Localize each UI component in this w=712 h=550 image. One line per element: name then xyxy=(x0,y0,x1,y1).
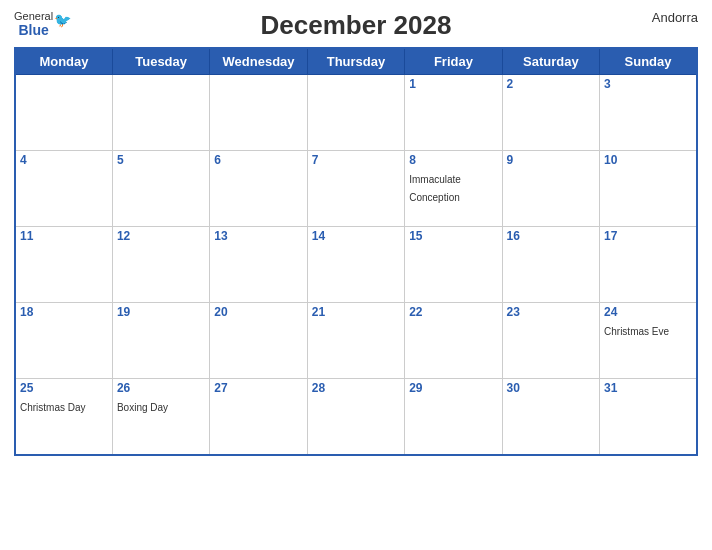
day-number: 24 xyxy=(604,305,692,319)
calendar-title: December 2028 xyxy=(261,10,452,41)
day-number: 2 xyxy=(507,77,595,91)
table-row: 16 xyxy=(502,227,599,303)
col-saturday: Saturday xyxy=(502,48,599,75)
table-row: 8Immaculate Conception xyxy=(405,151,502,227)
col-thursday: Thursday xyxy=(307,48,404,75)
table-row: 23 xyxy=(502,303,599,379)
table-row: 15 xyxy=(405,227,502,303)
day-number: 28 xyxy=(312,381,400,395)
day-number: 15 xyxy=(409,229,497,243)
header: General Blue 🐦 December 2028 Andorra xyxy=(14,10,698,41)
table-row: 9 xyxy=(502,151,599,227)
page: General Blue 🐦 December 2028 Andorra Mon… xyxy=(0,0,712,550)
table-row: 11 xyxy=(15,227,112,303)
table-row: 25Christmas Day xyxy=(15,379,112,455)
day-number: 12 xyxy=(117,229,205,243)
day-number: 14 xyxy=(312,229,400,243)
table-row xyxy=(210,75,307,151)
day-event: Christmas Eve xyxy=(604,326,669,337)
day-event: Christmas Day xyxy=(20,402,86,413)
day-number: 27 xyxy=(214,381,302,395)
day-number: 23 xyxy=(507,305,595,319)
table-row: 24Christmas Eve xyxy=(600,303,697,379)
day-number: 6 xyxy=(214,153,302,167)
table-row: 19 xyxy=(112,303,209,379)
calendar-week-row: 123 xyxy=(15,75,697,151)
table-row: 10 xyxy=(600,151,697,227)
calendar-week-row: 11121314151617 xyxy=(15,227,697,303)
day-number: 5 xyxy=(117,153,205,167)
logo: General Blue 🐦 xyxy=(14,10,53,39)
col-sunday: Sunday xyxy=(600,48,697,75)
day-number: 9 xyxy=(507,153,595,167)
day-number: 26 xyxy=(117,381,205,395)
day-number: 7 xyxy=(312,153,400,167)
days-header-row: Monday Tuesday Wednesday Thursday Friday… xyxy=(15,48,697,75)
day-number: 31 xyxy=(604,381,692,395)
table-row: 20 xyxy=(210,303,307,379)
day-event: Immaculate Conception xyxy=(409,174,461,203)
table-row: 21 xyxy=(307,303,404,379)
table-row: 6 xyxy=(210,151,307,227)
day-event: Boxing Day xyxy=(117,402,168,413)
day-number: 3 xyxy=(604,77,692,91)
col-tuesday: Tuesday xyxy=(112,48,209,75)
day-number: 25 xyxy=(20,381,108,395)
day-number: 18 xyxy=(20,305,108,319)
day-number: 29 xyxy=(409,381,497,395)
table-row: 29 xyxy=(405,379,502,455)
logo-bird-icon: 🐦 xyxy=(54,12,71,28)
col-friday: Friday xyxy=(405,48,502,75)
table-row xyxy=(15,75,112,151)
calendar-week-row: 18192021222324Christmas Eve xyxy=(15,303,697,379)
table-row: 17 xyxy=(600,227,697,303)
table-row: 18 xyxy=(15,303,112,379)
day-number: 1 xyxy=(409,77,497,91)
day-number: 19 xyxy=(117,305,205,319)
table-row: 31 xyxy=(600,379,697,455)
table-row: 4 xyxy=(15,151,112,227)
table-row: 14 xyxy=(307,227,404,303)
table-row: 2 xyxy=(502,75,599,151)
day-number: 10 xyxy=(604,153,692,167)
col-monday: Monday xyxy=(15,48,112,75)
table-row xyxy=(112,75,209,151)
calendar-table: Monday Tuesday Wednesday Thursday Friday… xyxy=(14,47,698,456)
table-row: 12 xyxy=(112,227,209,303)
col-wednesday: Wednesday xyxy=(210,48,307,75)
logo-blue-text: Blue xyxy=(18,23,48,38)
table-row: 22 xyxy=(405,303,502,379)
table-row: 30 xyxy=(502,379,599,455)
day-number: 30 xyxy=(507,381,595,395)
day-number: 13 xyxy=(214,229,302,243)
day-number: 8 xyxy=(409,153,497,167)
day-number: 21 xyxy=(312,305,400,319)
table-row: 27 xyxy=(210,379,307,455)
table-row: 7 xyxy=(307,151,404,227)
day-number: 4 xyxy=(20,153,108,167)
day-number: 16 xyxy=(507,229,595,243)
country-label: Andorra xyxy=(652,10,698,25)
table-row: 28 xyxy=(307,379,404,455)
table-row: 1 xyxy=(405,75,502,151)
table-row: 13 xyxy=(210,227,307,303)
table-row: 5 xyxy=(112,151,209,227)
calendar-week-row: 45678Immaculate Conception910 xyxy=(15,151,697,227)
day-number: 22 xyxy=(409,305,497,319)
day-number: 17 xyxy=(604,229,692,243)
calendar-week-row: 25Christmas Day26Boxing Day2728293031 xyxy=(15,379,697,455)
table-row: 3 xyxy=(600,75,697,151)
day-number: 11 xyxy=(20,229,108,243)
table-row xyxy=(307,75,404,151)
day-number: 20 xyxy=(214,305,302,319)
table-row: 26Boxing Day xyxy=(112,379,209,455)
